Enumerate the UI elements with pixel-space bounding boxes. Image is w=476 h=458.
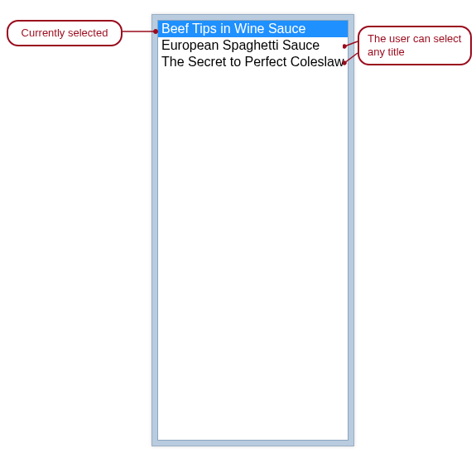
connector-line (123, 28, 159, 35)
svg-point-1 (154, 30, 158, 34)
listbox[interactable]: Beef Tips in Wine SauceEuropean Spaghett… (157, 20, 349, 441)
listbox-frame: Beef Tips in Wine SauceEuropean Spaghett… (151, 14, 354, 446)
connector-line (343, 36, 363, 70)
callout-currently-selected: Currently selected (7, 20, 123, 46)
callout-select-any: The user can select any title (358, 26, 472, 65)
list-item[interactable]: The Secret to Perfect Coleslaw (158, 54, 348, 70)
diagram-canvas: Beef Tips in Wine SauceEuropean Spaghett… (0, 0, 476, 458)
list-item[interactable]: Beef Tips in Wine Sauce (158, 21, 348, 37)
svg-point-3 (343, 45, 346, 49)
list-item[interactable]: European Spaghetti Sauce (158, 37, 348, 54)
svg-point-5 (343, 61, 346, 65)
svg-line-4 (344, 53, 358, 63)
callout-text: Currently selected (22, 27, 108, 39)
callout-text: The user can select any title (368, 32, 461, 58)
